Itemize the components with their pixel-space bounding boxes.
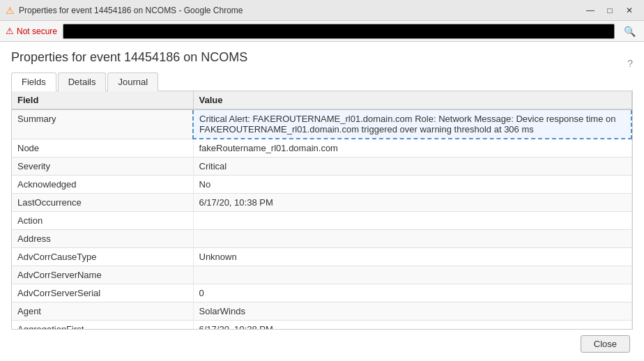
table-row: AggregationFirst6/17/20, 10:38 PM (12, 321, 631, 330)
warning-icon: ⚠ (6, 5, 15, 16)
field-cell: LastOccurrence (12, 194, 193, 212)
field-cell: Node (12, 139, 193, 158)
title-bar-controls: — □ ✕ (581, 3, 638, 17)
value-cell: 6/17/20, 10:38 PM (193, 194, 631, 212)
bottom-bar: Close (11, 330, 633, 355)
main-content: Properties for event 14454186 on NCOMS ?… (0, 42, 644, 361)
value-cell: fakeRoutername_rl01.domain.com (193, 139, 631, 158)
value-cell (193, 212, 631, 230)
not-secure-indicator: ⚠ Not secure (6, 26, 57, 36)
title-bar: ⚠ Properties for event 14454186 on NCOMS… (0, 0, 644, 21)
tab-journal[interactable]: Journal (107, 72, 158, 91)
minimize-button[interactable]: — (581, 3, 599, 17)
search-icon: 🔍 (624, 26, 636, 37)
table-row: Address (12, 230, 631, 248)
field-cell: Address (12, 230, 193, 248)
table-row: AdvCorrServerSerial0 (12, 284, 631, 302)
column-header-field: Field (12, 91, 193, 109)
table-row: Action (12, 212, 631, 230)
properties-table-container[interactable]: Field Value SummaryCritical Alert: FAKER… (11, 91, 633, 330)
value-cell: Unknown (193, 248, 631, 266)
field-cell: AdvCorrServerSerial (12, 284, 193, 302)
page-title: Properties for event 14454186 on NCOMS (11, 50, 247, 65)
browser-search-button[interactable]: 🔍 (620, 22, 638, 40)
field-cell: AggregationFirst (12, 321, 193, 330)
table-row: AdvCorrCauseTypeUnknown (12, 248, 631, 266)
help-icon[interactable]: ? (627, 58, 633, 72)
column-header-value: Value (193, 91, 631, 109)
value-cell: Critical Alert: FAKEROUTERNAME_rl01.doma… (193, 109, 631, 139)
value-cell: No (193, 176, 631, 194)
not-secure-icon: ⚠ (6, 26, 14, 36)
tab-details[interactable]: Details (58, 72, 107, 91)
table-row: AdvCorrServerName (12, 266, 631, 284)
table-row: SummaryCritical Alert: FAKEROUTERNAME_rl… (12, 109, 631, 139)
table-row: SeverityCritical (12, 158, 631, 176)
value-cell: Critical (193, 158, 631, 176)
table-row: LastOccurrence6/17/20, 10:38 PM (12, 194, 631, 212)
table-row: AgentSolarWinds (12, 302, 631, 321)
field-cell: Acknowledged (12, 176, 193, 194)
close-dialog-button[interactable]: Close (581, 335, 630, 353)
field-cell: AdvCorrServerName (12, 266, 193, 284)
title-bar-title: Properties for event 14454186 on NCOMS -… (19, 6, 243, 15)
field-cell: Agent (12, 302, 193, 321)
title-bar-left: ⚠ Properties for event 14454186 on NCOMS… (6, 5, 243, 16)
field-cell: AdvCorrCauseType (12, 248, 193, 266)
address-bar: ⚠ Not secure 🔍 (0, 21, 644, 42)
value-cell: 6/17/20, 10:38 PM (193, 321, 631, 330)
maximize-button[interactable]: □ (601, 3, 619, 17)
field-cell: Severity (12, 158, 193, 176)
value-cell (193, 266, 631, 284)
window-close-button[interactable]: ✕ (620, 3, 638, 17)
field-cell: Summary (12, 109, 193, 139)
table-row: AcknowledgedNo (12, 176, 631, 194)
value-cell: 0 (193, 284, 631, 302)
tabs-bar: Fields Details Journal (11, 72, 633, 91)
value-cell: SolarWinds (193, 302, 631, 321)
not-secure-label: Not secure (17, 26, 57, 36)
url-input[interactable] (63, 24, 615, 39)
properties-table: Field Value SummaryCritical Alert: FAKER… (12, 91, 632, 330)
value-cell (193, 230, 631, 248)
field-cell: Action (12, 212, 193, 230)
table-row: NodefakeRoutername_rl01.domain.com (12, 139, 631, 158)
tab-fields[interactable]: Fields (11, 72, 56, 91)
